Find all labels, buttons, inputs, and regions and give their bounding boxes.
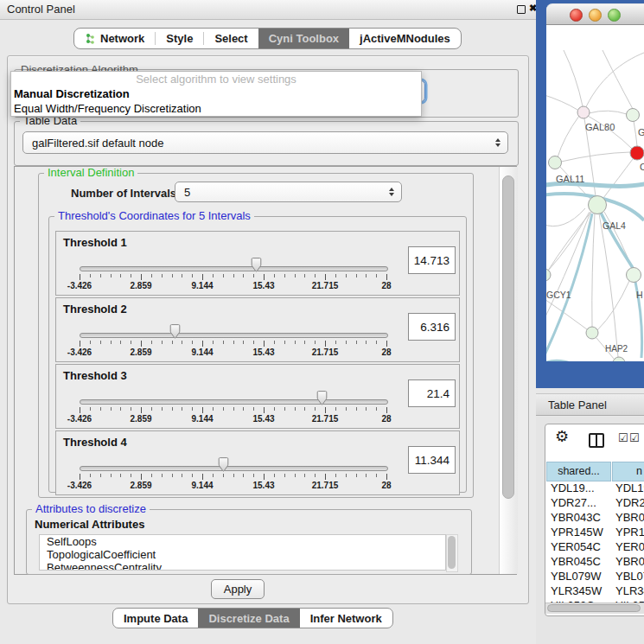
network-icon <box>85 33 96 45</box>
zoom-traffic-light-icon[interactable] <box>608 9 621 22</box>
slider-tick <box>141 274 142 280</box>
number-of-intervals-label: Number of Intervals <box>71 187 176 200</box>
table-hscrollbar-thumb[interactable] <box>547 604 641 612</box>
gear-icon[interactable]: ⚙ <box>555 429 569 444</box>
table-row[interactable]: YBR043CYBR04 <box>546 510 644 525</box>
slider-tick <box>325 341 326 347</box>
threshold-value-field[interactable]: 21.4 <box>408 379 456 407</box>
slider-scale-label: 9.144 <box>191 348 213 357</box>
table-row[interactable]: YLR345WYLR34 <box>546 583 644 598</box>
threshold-label: Threshold 2 <box>63 303 127 316</box>
network-node[interactable] <box>546 269 551 281</box>
tab-network[interactable]: Network <box>74 29 155 48</box>
slider-tick <box>243 274 244 277</box>
slider-tick <box>315 474 316 477</box>
apply-button[interactable]: Apply <box>211 579 265 599</box>
bottom-tab-impute-data[interactable]: Impute Data <box>113 609 198 628</box>
tab-jactivemnodules[interactable]: jActiveMNodules <box>349 29 461 48</box>
network-node[interactable] <box>577 106 590 118</box>
slider-scale-label: 15.43 <box>252 348 274 357</box>
slider-tick <box>366 341 367 344</box>
cell-shared-name: YBR043C <box>551 511 601 524</box>
number-of-intervals-combobox[interactable]: 5 <box>175 182 402 202</box>
threshold-value-field[interactable]: 6.316 <box>408 313 456 341</box>
bottom-tab-discretize-data[interactable]: Discretize Data <box>198 609 299 628</box>
table-row[interactable]: YDL19...YDL19 <box>546 481 644 495</box>
column-header-name[interactable]: n <box>612 462 644 481</box>
table-row[interactable]: YPR145WYPR14 <box>546 525 644 539</box>
float-window-icon[interactable] <box>517 5 526 14</box>
close-traffic-light-icon[interactable] <box>570 9 583 22</box>
slider-tick <box>335 274 336 277</box>
dropdown-item-manual-discretization[interactable]: Manual Discretization <box>11 86 421 101</box>
slider-scale-label: 21.715 <box>312 481 339 490</box>
threshold-slider-track[interactable] <box>80 266 388 271</box>
slider-tick <box>172 341 173 344</box>
slider-scale-label: -3.426 <box>67 414 92 424</box>
attribute-list-item[interactable]: SelfLoops <box>40 535 445 548</box>
network-canvas[interactable]: GAL80GACGAL11GAL4GCY1HHAP2 <box>546 25 644 361</box>
threshold-value-field[interactable]: 14.713 <box>408 246 456 274</box>
table-row[interactable]: YBL079WYBL07 <box>546 569 644 583</box>
threshold-slider-thumb[interactable] <box>250 258 263 272</box>
node-table: YDL19...YDL19YDR27...YDR27YBR043CYBR04YP… <box>546 481 644 603</box>
slider-tick <box>386 407 387 413</box>
attribute-list-item[interactable]: TopologicalCoefficient <box>40 548 445 561</box>
checkbox-icon[interactable]: ☑ <box>629 431 640 444</box>
threshold-slider-track[interactable] <box>80 466 388 471</box>
slider-tick <box>304 474 305 477</box>
table-row[interactable]: YBR045CYBR04 <box>546 554 644 569</box>
threshold-slider-thumb[interactable] <box>217 457 230 472</box>
slider-tick <box>346 341 347 344</box>
slider-tick <box>376 274 377 277</box>
network-node[interactable] <box>630 146 644 160</box>
slider-tick <box>151 474 152 477</box>
threshold-slider-thumb[interactable] <box>169 324 182 339</box>
network-node[interactable] <box>627 268 641 283</box>
table-row[interactable]: YER054CYER05 <box>546 539 644 554</box>
slider-tick <box>111 274 112 277</box>
network-node[interactable] <box>627 109 640 122</box>
bottom-tab-infer-network[interactable]: Infer Network <box>300 609 392 628</box>
network-node[interactable] <box>589 196 607 214</box>
table-data-value: galFiltered.sif default node <box>32 137 163 150</box>
settings-scrollbar-thumb[interactable] <box>502 175 514 499</box>
slider-tick <box>182 341 182 344</box>
minimize-traffic-light-icon[interactable] <box>589 9 602 22</box>
column-header-shared-name[interactable]: shared... <box>546 462 611 481</box>
table-data-combobox[interactable]: galFiltered.sif default node <box>22 131 508 154</box>
slider-tick <box>356 274 357 277</box>
slider-tick <box>202 407 203 413</box>
network-node[interactable] <box>613 357 625 361</box>
slider-tick <box>162 474 163 477</box>
tab-cyni-toolbox[interactable]: Cyni Toolbox <box>258 29 349 48</box>
network-node[interactable] <box>549 156 562 169</box>
tab-label: Style <box>166 32 193 45</box>
attributes-scrollbar-thumb[interactable] <box>448 536 456 569</box>
slider-tick <box>315 341 316 344</box>
tab-label: jActiveMNodules <box>360 32 450 45</box>
slider-tick <box>304 274 305 277</box>
slider-tick <box>346 407 347 411</box>
bottom-tab-bar: Impute DataDiscretize DataInfer Network <box>112 608 393 628</box>
threshold-slider-track[interactable] <box>80 399 388 405</box>
threshold-slider-track[interactable] <box>80 333 388 338</box>
tab-select[interactable]: Select <box>204 29 258 48</box>
checkbox-icon[interactable]: ☑ <box>618 431 628 444</box>
threshold-2-panel: Threshold 2-3.4262.8599.14415.4321.71528… <box>55 297 460 362</box>
dropdown-item-equal-width-frequency[interactable]: Equal Width/Frequency Discretization <box>11 101 421 116</box>
network-node[interactable] <box>586 327 598 339</box>
column-layout-icon[interactable] <box>589 433 604 448</box>
attribute-list-item[interactable]: BetweennessCentrality <box>40 561 445 571</box>
threshold-slider-thumb[interactable] <box>316 391 328 405</box>
threshold-value-field[interactable]: 11.344 <box>408 446 456 474</box>
slider-tick <box>386 274 387 280</box>
thresholds-group: Threshold's Coordinates for 5 Intervals … <box>48 216 467 493</box>
slider-tick <box>366 407 367 411</box>
table-row[interactable]: YDR27...YDR27 <box>546 495 644 510</box>
tab-style[interactable]: Style <box>156 29 203 48</box>
network-node-label: H <box>636 290 643 300</box>
slider-scale-label: 15.43 <box>252 481 274 490</box>
slider-tick <box>162 274 163 277</box>
network-nodes[interactable] <box>546 106 644 361</box>
